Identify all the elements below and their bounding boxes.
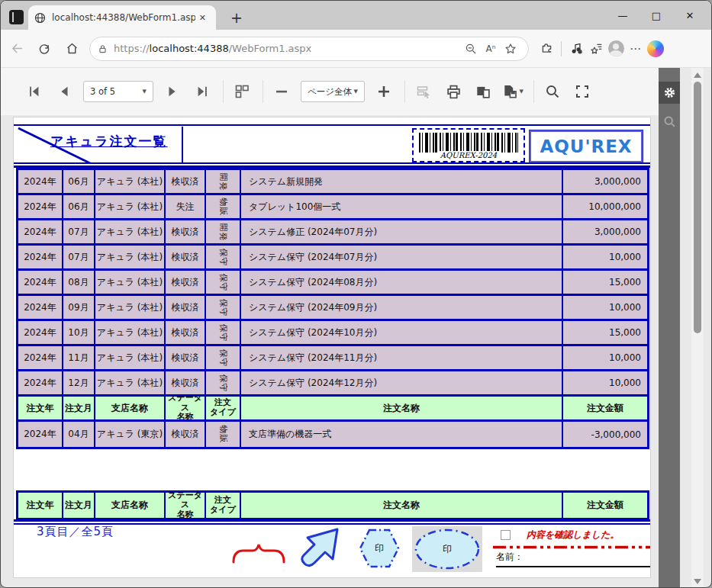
report-viewer-toolbar: 3 of 5 ▼ ページ全体 ▼: [1, 68, 659, 115]
blue-arrow-shape: [298, 525, 348, 572]
copilot-button[interactable]: [646, 39, 665, 59]
caret-down-icon: ▼: [520, 88, 524, 95]
company-logo: AQU'REX: [530, 130, 643, 162]
extensions-button[interactable]: [536, 39, 556, 59]
confirm-text: 内容を確認しました。: [527, 529, 619, 541]
address-bar[interactable]: https://localhost:44388/WebForm1.aspx Aⁿ: [89, 37, 529, 61]
next-page-button[interactable]: [162, 81, 183, 102]
tab-close-icon[interactable]: ✕: [195, 11, 210, 24]
print-button[interactable]: [443, 81, 464, 102]
zoom-out-button[interactable]: [271, 81, 292, 102]
page-number-select[interactable]: 3 of 5 ▼: [83, 81, 153, 102]
zoom-mode-select[interactable]: ページ全体 ▼: [301, 81, 365, 102]
orders-table: 2024年06月アキュラ (本社)検収済開発システム新規開発3,000,000 …: [16, 168, 649, 449]
scroll-down-arrow[interactable]: [694, 579, 701, 584]
red-brace-shape: [230, 541, 287, 566]
back-icon: [11, 42, 24, 55]
window-controls: — □ ✕: [606, 1, 707, 30]
lock-icon: [98, 43, 108, 54]
refresh-icon: [38, 43, 50, 55]
barcode-label: AQUREX-2024: [437, 151, 500, 159]
search-icon: [663, 115, 676, 128]
confirm-checkbox: [501, 530, 511, 540]
search-button[interactable]: [542, 81, 563, 102]
gallery-print-button[interactable]: [472, 81, 494, 102]
multi-page-view-button[interactable]: [231, 81, 253, 102]
navbar-right-icons: ⋯: [536, 39, 665, 59]
collections-button[interactable]: [586, 39, 606, 59]
media-control-button[interactable]: [566, 39, 586, 59]
tab-actions-icon[interactable]: [9, 10, 24, 24]
collections-star-icon: [590, 42, 603, 55]
browser-menu-button[interactable]: ⋯: [626, 39, 646, 59]
report-title: アキュラ注文一覧: [50, 133, 168, 150]
barcode-bars: [419, 133, 518, 153]
page-number-text: 3頁目／全5頁: [37, 525, 114, 539]
table-row: 2024年12月アキュラ (本社)検収済保守システム保守 (2024年12月分)…: [18, 371, 647, 397]
read-aloud-button[interactable]: Aⁿ: [481, 39, 501, 59]
home-button[interactable]: [60, 37, 83, 60]
table-row: 2024年04月アキュラ (東京)検収済物販支店準備の機器一式-3,000,00…: [18, 422, 647, 447]
close-button[interactable]: ✕: [673, 1, 707, 30]
first-page-icon: [27, 85, 41, 98]
table-row: 2024年09月アキュラ (本社)検収済保守システム保守 (2024年09月分)…: [18, 296, 647, 321]
select-text-icon: [416, 84, 431, 99]
browser-window: localhost:44388/WebForm1.aspx ✕ + — □ ✕ …: [0, 0, 712, 588]
profile-button[interactable]: [606, 39, 626, 59]
favorite-star-button[interactable]: [501, 39, 520, 59]
table-row: 2024年06月アキュラ (本社)検収済開発システム新規開発3,000,000: [18, 170, 647, 195]
new-tab-button[interactable]: +: [227, 8, 246, 27]
plus-icon: [376, 84, 391, 99]
hexagon-stamp: 印: [358, 528, 401, 569]
home-icon: [66, 42, 79, 55]
last-page-button[interactable]: [192, 81, 213, 102]
first-page-button[interactable]: [24, 81, 45, 102]
search-panel-button[interactable]: [659, 111, 680, 132]
multi-page-icon: [234, 84, 250, 99]
avatar: [608, 40, 624, 56]
extensions-icon: [540, 42, 553, 55]
scroll-up-arrow[interactable]: [694, 72, 701, 78]
table-row: 2024年10月アキュラ (本社)検収済保守システム保守 (2024年10月分)…: [18, 321, 647, 346]
browser-navbar: https://localhost:44388/WebForm1.aspx Aⁿ: [1, 30, 711, 68]
gear-icon: [663, 86, 676, 99]
viewer-side-panel: [659, 68, 680, 588]
name-label: 名前：: [496, 551, 524, 564]
export-button[interactable]: ▼: [502, 81, 524, 102]
music-note-icon: [570, 42, 583, 55]
copilot-icon: [647, 40, 664, 57]
zoom-in-button[interactable]: [373, 81, 395, 102]
browser-tab[interactable]: localhost:44388/WebForm1.aspx ✕: [28, 5, 216, 30]
browser-titlebar: localhost:44388/WebForm1.aspx ✕ + — □ ✕: [1, 1, 711, 30]
back-button[interactable]: [5, 37, 28, 60]
previous-page-icon: [57, 85, 71, 98]
vertical-scrollbar[interactable]: [691, 68, 704, 588]
caret-down-icon: ▼: [354, 88, 358, 95]
maximize-button[interactable]: □: [640, 1, 673, 30]
scrollbar-thumb[interactable]: [694, 82, 701, 333]
refresh-button[interactable]: [33, 37, 56, 60]
table-row: 2024年08月アキュラ (本社)検収済保守システム保守 (2024年08月分)…: [18, 271, 647, 296]
table-row: 2024年11月アキュラ (本社)検収済保守システム保守 (2024年11月分)…: [18, 346, 647, 371]
settings-panel-button[interactable]: [659, 82, 680, 104]
print-pages-icon: [475, 84, 491, 100]
select-tool-button[interactable]: [413, 81, 434, 102]
search-icon: [545, 84, 560, 99]
last-page-icon: [195, 85, 209, 98]
barcode: AQUREX-2024: [412, 128, 525, 162]
zoom-out-page-button[interactable]: [461, 39, 481, 59]
ellipse-stamp: 印: [412, 526, 482, 572]
fullscreen-button[interactable]: [572, 81, 593, 102]
next-page-icon: [166, 85, 179, 98]
previous-page-button[interactable]: [53, 81, 75, 102]
report-page: アキュラ注文一覧 AQUREX-2024 AQU'REX 2024年06月アキュ…: [13, 117, 651, 578]
minimize-button[interactable]: —: [606, 1, 640, 30]
table-header-row: 注文年注文月支店名称ステータス 名称注文 タイプ注文名称注文金額: [18, 493, 647, 518]
bottom-header-table: 注文年注文月支店名称ステータス 名称注文 タイプ注文名称注文金額: [16, 490, 649, 520]
table-row: 2024年07月アキュラ (本社)検収済開発システム修正 (2024年07月分)…: [18, 220, 647, 246]
table-row: 2024年07月アキュラ (本社)検収済保守システム保守 (2024年07月分)…: [18, 246, 647, 271]
zoom-out-icon: [465, 43, 477, 55]
fullscreen-icon: [575, 84, 590, 99]
export-save-icon: [502, 84, 518, 100]
red-dash-line: [493, 545, 651, 549]
